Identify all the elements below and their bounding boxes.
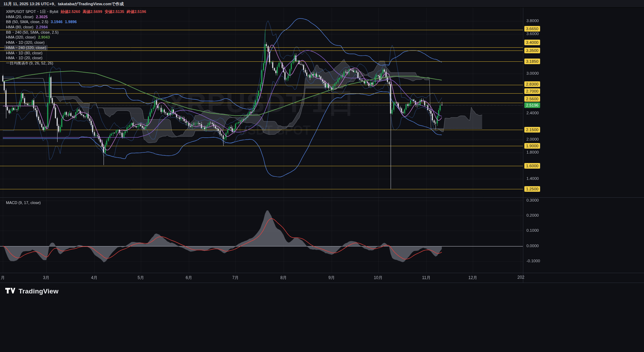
screenshot-info-bar: 11月 11, 2025 13:26 UTC+9、takatabaがTradin… [0,0,644,8]
time-axis-label: 10月 [374,275,383,281]
tradingview-logo-icon [5,287,15,295]
price-level-label[interactable]: 3.6650 [524,26,540,32]
time-axis-label: 6月 [186,275,192,281]
price-tick-label: 2.4000 [526,110,539,116]
legend-row-value: 3.1946 [51,20,62,24]
price-level-label[interactable]: 2.1500 [524,127,540,133]
price-tick-label: 3.8000 [526,18,539,23]
legend-row[interactable]: HMA (20, close)2.3025 [4,14,49,20]
price-level-label[interactable]: 1.9000 [524,143,540,149]
time-axis-label: 11月 [422,275,430,281]
time-axis-label: 9月 [328,275,335,281]
legend-row[interactable]: BB (50, SMA, close, 2.5)3.19461.9896 [4,19,79,25]
macd-legend-row[interactable]: MACD (9, 17, close) [4,201,42,205]
price-level-label[interactable]: 1.6000 [524,163,540,169]
time-axis-label: 3月 [43,275,49,281]
legend-row-title: HMA (80, close) [6,25,33,29]
legend-row-title: BB・240 (50, SMA, close, 2.5) [6,30,59,34]
legend-row-title: HMA・1D (80, close) [6,51,42,55]
time-axis-label: 4月 [91,275,98,281]
legend-row-title: XRPUSDT SPOT・1日・Bybit [6,9,58,14]
price-level-label[interactable]: 1.2500 [524,186,540,192]
price-axis[interactable]: 3.80003.60003.00002.40002.00001.80001.40… [523,8,644,283]
price-level-label[interactable]: 2.5600 [524,96,540,102]
macd-tick-label: 0.1000 [526,228,539,233]
macd-legend-title: MACD (9, 17, close) [6,201,41,205]
macd-tick-label: -0.1000 [526,258,540,264]
price-tick-label: 3.6000 [526,31,539,36]
macd-tick-label: 0.3000 [526,198,539,203]
legend-row[interactable]: HMA・1D (20, close) [4,55,44,61]
screenshot-caption: 11月 11, 2025 13:26 UTC+9、takatabaがTradin… [4,2,124,6]
legend-row-title: 一目均衡表® (9, 26, 52, 26) [6,61,53,65]
legend-row[interactable]: 一目均衡表® (9, 26, 52, 26) [4,61,55,66]
legend-row-title: HMA (20, close) [6,15,33,19]
legend-row-title: HMA・240 (320, close) [6,46,46,50]
legend-row-value: 2.3025 [36,15,48,19]
legend-row-value: 2.2984 [36,25,48,29]
time-axis-label: 7月 [232,275,239,281]
legend-row[interactable]: HMA (80, close)2.2984 [4,25,49,30]
legend-row[interactable]: HMA・240 (320, close) [4,45,48,50]
price-level-label[interactable]: 2.7000 [524,88,540,94]
legend-row-title: HMA・1D (20, close) [6,56,42,60]
price-tick-label: 3.0000 [526,71,539,76]
current-price-label: 2.5196 [524,102,540,108]
macd-tick-label: 0.0000 [526,243,539,249]
legend-row[interactable]: HMA・1D (320, close) [4,40,46,45]
price-level-label[interactable]: 3.3500 [524,48,540,53]
legend-row[interactable]: HMA (320, close)2.9043 [4,35,52,40]
time-axis-label: 5月 [138,275,144,281]
tradingview-chart-page: 11月 11, 2025 13:26 UTC+9、takatabaがTradin… [0,0,644,352]
legend-row-value: 始値2.5260 [61,9,80,14]
price-tick-label: 1.4000 [526,176,539,181]
legend-row-value: 終値2.5196 [127,9,146,14]
time-axis[interactable]: 月3月4月5月6月7月8月9月10月11月12月202 [0,273,644,283]
price-tick-label: 1.8000 [526,150,539,155]
time-axis-label: 202 [517,275,524,280]
price-tick-label: 2.0000 [526,137,539,142]
price-level-label[interactable]: 2.8300 [524,81,540,87]
legend-row-value: 安値2.5135 [105,9,124,14]
legend-row[interactable]: BB・240 (50, SMA, close, 2.5) [4,30,60,35]
time-axis-label: 月 [1,275,5,281]
time-axis-label: 12月 [469,275,477,281]
macd-tick-label: 0.2000 [526,213,539,218]
legend-row-title: HMA (320, close) [6,35,35,39]
tradingview-brand-text: TradingView [19,287,59,295]
price-level-label[interactable]: 3.1850 [524,59,540,64]
legend-row-value: 2.9043 [38,35,50,39]
legend-row[interactable]: HMA・1D (80, close) [4,50,44,56]
legend-row-title: BB (50, SMA, close, 2.5) [6,20,48,24]
time-axis-label: 8月 [280,275,287,281]
price-level-label[interactable]: 3.4000 [524,40,540,45]
tradingview-logo[interactable]: TradingView [5,287,59,295]
legend-row-value: 1.9896 [65,20,77,24]
legend-row[interactable]: XRPUSDT SPOT・1日・Bybit始値2.5260高値2.5699安値2… [4,9,148,14]
legend-row-title: HMA・1D (320, close) [6,40,45,45]
indicator-legend: XRPUSDT SPOT・1日・Bybit始値2.5260高値2.5699安値2… [4,9,148,66]
legend-row-value: 高値2.5699 [83,9,102,14]
